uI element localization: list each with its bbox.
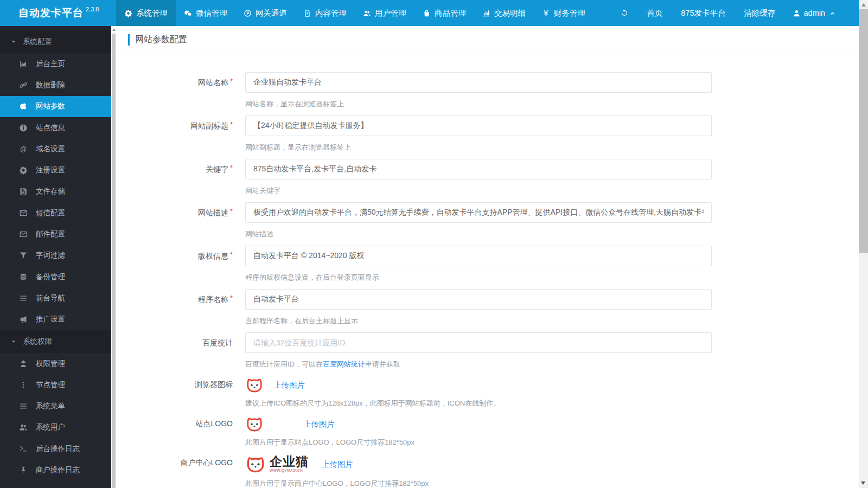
sidebar-item-node[interactable]: 节点管理 xyxy=(0,374,111,395)
wechat-icon xyxy=(184,9,192,17)
nav-item-content[interactable]: 内容管理 xyxy=(295,0,355,26)
refresh-button[interactable] xyxy=(611,9,637,17)
mail-icon xyxy=(19,230,28,239)
nav-item-wechat[interactable]: 微信管理 xyxy=(176,0,235,26)
sidebar-item-domain[interactable]: 域名设置 xyxy=(0,138,111,159)
site-subtitle-input[interactable] xyxy=(245,115,712,136)
field-label-site-name: 网站名称* xyxy=(116,72,233,110)
nav-item-finance[interactable]: 财务管理 xyxy=(534,0,593,26)
chain-icon xyxy=(19,81,28,89)
sidebar-item-label: 后台操作日志 xyxy=(36,444,80,454)
baidu-stats-link[interactable]: 百度网站统计 xyxy=(323,360,365,368)
sidebar-item-dashboard[interactable]: 后台主页 xyxy=(0,53,111,74)
field-help-site-name: 网站名称，显示在浏览器标签上 xyxy=(245,99,712,110)
upload-image-link-merchant-logo[interactable]: 上传图片 xyxy=(322,459,353,470)
user-menu[interactable]: admin xyxy=(785,9,845,17)
dots-icon xyxy=(19,381,28,389)
copyright-input[interactable] xyxy=(245,246,712,266)
form-row-site-logo: 站点LOGO上传图片此图片用于显示站点LOGO，LOGO尺寸推荐182*50px xyxy=(116,415,859,447)
field-label-text: 网站描述 xyxy=(198,208,228,217)
mail-icon xyxy=(19,209,28,217)
sidebar-item-data-delete[interactable]: 数据删除 xyxy=(0,74,111,95)
field-label-favicon: 浏览器图标 xyxy=(116,376,233,408)
sidebar-item-sys-menu[interactable]: 系统菜单 xyxy=(0,395,111,416)
brand-name-text: 企业猫 xyxy=(270,455,309,468)
image-preview-line: 企业猫WWW.QYMAO.CN上传图片 xyxy=(245,454,712,474)
sidebar-item-auth[interactable]: 权限管理 xyxy=(0,353,111,374)
gateway-icon xyxy=(244,9,252,17)
field-label-text: 网站副标题 xyxy=(190,121,228,130)
area-icon xyxy=(19,60,28,68)
term-icon xyxy=(19,445,28,453)
sidebar-scroll-up-arrow[interactable] xyxy=(112,28,116,31)
field-main-site-name: 网站名称，显示在浏览器标签上 xyxy=(245,72,712,110)
main-content: 网站参数配置 网站名称*网站名称，显示在浏览器标签上网站副标题*网站副标题，显示… xyxy=(116,26,859,488)
page-scroll-thumb[interactable] xyxy=(859,9,868,253)
field-help-program-name: 当前程序名称，在后台主标题上显示 xyxy=(245,316,712,327)
page-scroll-down-arrow[interactable] xyxy=(861,481,865,485)
sidebar-item-merchant-log[interactable]: 商户操作日志 xyxy=(0,459,111,480)
nav-item-label: 商品管理 xyxy=(435,8,466,18)
user-icon xyxy=(793,9,801,17)
sidebar-item-mail[interactable]: 邮件配置 xyxy=(0,223,111,245)
sidebar-item-register[interactable]: 注册设置 xyxy=(0,159,111,181)
sidebar-section-system-config[interactable]: 系统配置 xyxy=(0,30,111,53)
upload-image-link-site-logo[interactable]: 上传图片 xyxy=(303,419,335,429)
sidebar-item-storage[interactable]: 文件存储 xyxy=(0,181,111,202)
nav-item-system[interactable]: 系统管理 xyxy=(116,0,176,26)
required-asterisk: * xyxy=(230,251,233,259)
nav-item-label: 内容管理 xyxy=(315,8,347,18)
page-title: 网站参数配置 xyxy=(128,34,187,46)
gear-icon xyxy=(19,166,28,175)
sidebar-item-label: 推广设置 xyxy=(36,314,65,324)
sidebar-item-admin-log[interactable]: 后台操作日志 xyxy=(0,438,111,459)
sidebar-item-front-nav[interactable]: 前台导航 xyxy=(0,287,111,309)
sidebar-scrollbar[interactable] xyxy=(111,26,116,488)
upload-image-link-favicon[interactable]: 上传图片 xyxy=(273,380,305,390)
program-name-input[interactable] xyxy=(245,289,712,310)
page-scrollbar[interactable] xyxy=(859,0,868,488)
form-row-program-name: 程序名称*当前程序名称，在后台主标题上显示 xyxy=(116,289,859,327)
chevron-up-icon xyxy=(828,9,837,17)
field-main-merchant-logo: 企业猫WWW.QYMAO.CN上传图片此图片用于显示商户中心LOGO，LOGO尺… xyxy=(245,454,712,488)
info-icon xyxy=(19,124,28,132)
field-label-text: 程序名称 xyxy=(198,295,228,304)
baidu-stats-input[interactable] xyxy=(245,332,712,353)
sidebar-item-label: 网站参数 xyxy=(36,101,65,111)
sidebar-item-site-params[interactable]: 网站参数 xyxy=(0,96,111,117)
site-name-input[interactable] xyxy=(245,72,712,93)
keywords-input[interactable] xyxy=(245,159,712,179)
bars-icon xyxy=(19,294,28,303)
bars-icon xyxy=(19,402,28,410)
sidebar-item-promotion[interactable]: 推广设置 xyxy=(0,309,111,330)
field-label-text: 站点LOGO xyxy=(196,419,233,428)
sidebar-section-system-perms[interactable]: 系统权限 xyxy=(0,330,111,353)
field-label-baidu-stats: 百度统计 xyxy=(116,332,233,370)
nav-item-trade[interactable]: 交易明细 xyxy=(474,0,534,26)
nav-link-home[interactable]: 首页 xyxy=(637,8,672,18)
sidebar-item-label: 字词过滤 xyxy=(36,251,65,260)
sidebar-item-sms[interactable]: 短信配置 xyxy=(0,202,111,223)
merchant-logo-preview: 企业猫WWW.QYMAO.CN xyxy=(245,454,309,474)
page-scroll-up-arrow[interactable] xyxy=(861,3,866,7)
user-name: admin xyxy=(804,9,826,17)
nav-link-site[interactable]: 875发卡平台 xyxy=(672,8,735,18)
sidebar-item-word-filter[interactable]: 字词过滤 xyxy=(0,245,111,266)
nav-item-goods[interactable]: 商品管理 xyxy=(414,0,474,26)
nav-item-users[interactable]: 用户管理 xyxy=(355,0,414,26)
sidebar-item-sys-user[interactable]: 系统用户 xyxy=(0,417,111,438)
field-help-merchant-logo: 此图片用于显示商户中心LOGO，LOGO尺寸推荐182*50px xyxy=(245,479,712,488)
field-label-site-subtitle: 网站副标题* xyxy=(116,115,233,153)
nav-item-gateway[interactable]: 网关通道 xyxy=(235,0,295,26)
top-nav-menu: 系统管理微信管理网关通道内容管理用户管理商品管理交易明细财务管理 xyxy=(116,0,593,26)
nav-link-clear-cache[interactable]: 清除缓存 xyxy=(735,8,785,18)
sidebar-scroll-thumb[interactable] xyxy=(112,34,116,488)
field-help-keywords: 网站关键字 xyxy=(245,186,712,197)
form-row-keywords: 关键字*网站关键字 xyxy=(116,159,859,197)
favicon-preview xyxy=(245,376,264,394)
form-row-copyright: 版权信息*程序的版权信息设置，在后台登录页面显示 xyxy=(116,246,859,284)
sidebar-item-backup[interactable]: 备份管理 xyxy=(0,266,111,287)
description-input[interactable] xyxy=(245,202,712,223)
sidebar-item-site-info[interactable]: 站点信息 xyxy=(0,117,111,138)
nav-item-label: 用户管理 xyxy=(375,8,406,18)
